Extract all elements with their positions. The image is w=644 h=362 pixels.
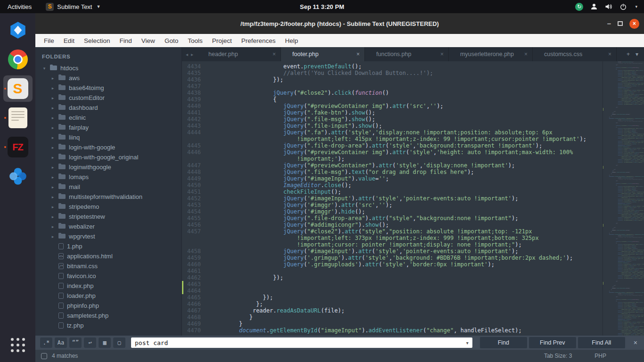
sidebar-folder-login-with-google[interactable]: ▸login-with-google	[35, 142, 182, 152]
menu-item-goto[interactable]: Goto	[160, 35, 183, 46]
sidebar-file-loader.php[interactable]: loader.php	[35, 291, 182, 301]
chevron-down-icon[interactable]: ▾	[635, 4, 637, 9]
app-menu[interactable]: S Sublime Text ▼	[46, 3, 100, 11]
close-button[interactable]: ×	[629, 19, 639, 29]
tab-list-dropdown-icon[interactable]: ▾	[636, 51, 638, 58]
tab-scroll-right-icon[interactable]: ▸	[191, 52, 193, 57]
sidebar-file-phpinfo.php[interactable]: phpinfo.php	[35, 301, 182, 311]
sidebar-folder-eclinic[interactable]: ▸eclinic	[35, 113, 182, 123]
tab-close-icon[interactable]: ×	[440, 51, 444, 58]
sidebar-folder-loginwithgoogle[interactable]: ▸loginwithgoogle	[35, 162, 182, 172]
sync-status-icon[interactable]: ↻	[575, 3, 583, 11]
sidebar-folder-fairplay[interactable]: ▸fairplay	[35, 123, 182, 132]
case-sensitive-toggle[interactable]: Aa	[55, 337, 67, 348]
tab-close-icon[interactable]: ×	[608, 51, 611, 58]
sidebar-folder-stripetestnew[interactable]: ▸stripetestnew	[35, 212, 182, 222]
sidebar-file-tz.php[interactable]: tz.php	[35, 321, 182, 330]
dock-item-filezilla[interactable]: FZ	[3, 134, 33, 160]
find-button[interactable]: Find	[480, 337, 527, 348]
regex-toggle[interactable]: .*	[40, 337, 52, 348]
maximize-button[interactable]	[618, 21, 623, 26]
line-number: 4462	[182, 274, 208, 281]
sidebar-folder-login-with-google_original[interactable]: ▸login-with-google_original	[35, 152, 182, 162]
dock-item-text-editor[interactable]	[3, 105, 33, 131]
sidebar-folder-liinq[interactable]: ▸liinq	[35, 132, 182, 142]
menu-item-view[interactable]: View	[137, 35, 160, 46]
code-line: !important;cursor: pointer !important;di…	[182, 241, 603, 248]
tab-myuserletterone.php[interactable]: myuserletterone.php×	[449, 47, 533, 61]
sidebar-file-index.php[interactable]: index.php	[35, 281, 182, 291]
folder-label: stripedemo	[69, 203, 99, 210]
sidebar-folder-wpgrvtest[interactable]: ▸wpgrvtest	[35, 231, 182, 241]
sidebar-folder-lomaps[interactable]: ▸lomaps	[35, 172, 182, 182]
menu-item-find[interactable]: Find	[115, 35, 137, 46]
sidebar-file-applications.html[interactable]: applications.html	[35, 251, 182, 261]
sidebar-file-sampletest.php[interactable]: sampletest.php	[35, 311, 182, 321]
whole-word-toggle[interactable]: “”	[69, 337, 82, 348]
user-icon[interactable]	[590, 3, 598, 10]
menu-item-project[interactable]: Project	[207, 35, 237, 46]
panel-grid-icon[interactable]	[41, 353, 47, 359]
sidebar-file-favicon.ico[interactable]: favicon.ico	[35, 271, 182, 281]
find-prev-button[interactable]: Find Prev	[529, 337, 576, 348]
sidebar-folder-webalizer[interactable]: ▸webalizer	[35, 222, 182, 231]
menu-item-tools[interactable]: Tools	[183, 35, 207, 46]
dock-item-chrome[interactable]	[3, 46, 33, 73]
code-line: 4450 ImageEditor.close();	[182, 182, 603, 189]
sidebar-file-bitnami.css[interactable]: bitnami.css	[35, 261, 182, 271]
activities-button[interactable]: Activities	[0, 0, 39, 13]
find-input[interactable]	[131, 339, 466, 346]
tab-size-indicator[interactable]: Tab Size: 3	[544, 353, 572, 359]
volume-icon[interactable]	[605, 3, 612, 10]
tab-header.php[interactable]: header.php×	[197, 47, 281, 61]
blue-app-icon	[8, 166, 28, 186]
title-bar[interactable]: /tmp/fz3temp-2/footer.php (htdocs) - Sub…	[35, 13, 644, 34]
menu-item-file[interactable]: File	[39, 35, 59, 46]
window-controls: – ×	[607, 13, 639, 34]
menu-item-preferences[interactable]: Preferences	[237, 35, 281, 46]
code-text: checkFileInput();	[208, 189, 341, 195]
folder-icon	[58, 193, 66, 200]
sidebar-file-1.php[interactable]: 1.php	[35, 241, 182, 251]
minimap[interactable]: event.preventDefault(); //alert('You Cli…	[603, 61, 644, 336]
wrap-toggle[interactable]: ↩	[84, 337, 96, 348]
menu-item-help[interactable]: Help	[281, 35, 303, 46]
in-selection-toggle[interactable]: ▦	[99, 337, 111, 348]
sidebar-folder-aws[interactable]: ▸aws	[35, 73, 182, 83]
menu-item-edit[interactable]: Edit	[59, 35, 79, 46]
find-all-button[interactable]: Find All	[578, 337, 625, 348]
tab-close-icon[interactable]: ×	[356, 51, 360, 58]
dock-item-blue-app[interactable]	[3, 163, 33, 189]
sidebar-folder-stripedemo[interactable]: ▸stripedemo	[35, 202, 182, 212]
sidebar-folder-dashboard[interactable]: ▸dashboard	[35, 103, 182, 113]
menu-item-selection[interactable]: Selection	[79, 35, 115, 46]
power-icon[interactable]	[619, 3, 627, 10]
sidebar-folder-mail[interactable]: ▸mail	[35, 182, 182, 192]
minimize-button[interactable]: –	[607, 21, 611, 26]
tab-scroll-left-icon[interactable]: ◂	[186, 52, 188, 57]
sidebar-folder-customEditor[interactable]: ▸customEditor	[35, 93, 182, 103]
code-line: 4458 jQuery('#imageInput').attr('style',…	[182, 248, 603, 255]
file-label: bitnami.css	[67, 263, 98, 270]
tab-close-icon[interactable]: ×	[272, 51, 276, 58]
syntax-indicator[interactable]: PHP	[594, 353, 606, 359]
tab-customcss.css[interactable]: customcss.css×	[533, 47, 617, 61]
find-history-dropdown-icon[interactable]: ▾	[466, 340, 472, 346]
sidebar-folder-multistepformwithvalidation[interactable]: ▸multistepformwithvalidation	[35, 192, 182, 202]
clock[interactable]: Sep 11 3:20 PM	[300, 3, 344, 10]
new-tab-button[interactable]: +	[627, 51, 630, 58]
tab-footer.php[interactable]: footer.php×	[281, 47, 365, 61]
dock-item-sublime-text[interactable]: S	[3, 75, 33, 102]
tab-close-icon[interactable]: ×	[524, 51, 528, 58]
tab-functions.php[interactable]: functions.php×	[365, 47, 449, 61]
code-line: 4435 //alert('You Clicked Download Butto…	[182, 70, 603, 76]
code-area[interactable]: 4434 event.preventDefault();4435 //alert…	[182, 61, 603, 336]
line-number: 4461	[182, 268, 208, 274]
find-close-icon[interactable]: ×	[632, 339, 639, 346]
highlight-matches-toggle[interactable]: ▢	[113, 337, 125, 348]
sidebar-folder-base64toimg[interactable]: ▸base64toimg	[35, 83, 182, 93]
dock-item-bitnami[interactable]	[3, 17, 33, 43]
sidebar-folder-htdocs[interactable]: ▾htdocs	[35, 63, 182, 73]
show-applications-button[interactable]	[3, 332, 33, 358]
code-text: jQuery("#addimgicongr").show();	[208, 222, 389, 228]
